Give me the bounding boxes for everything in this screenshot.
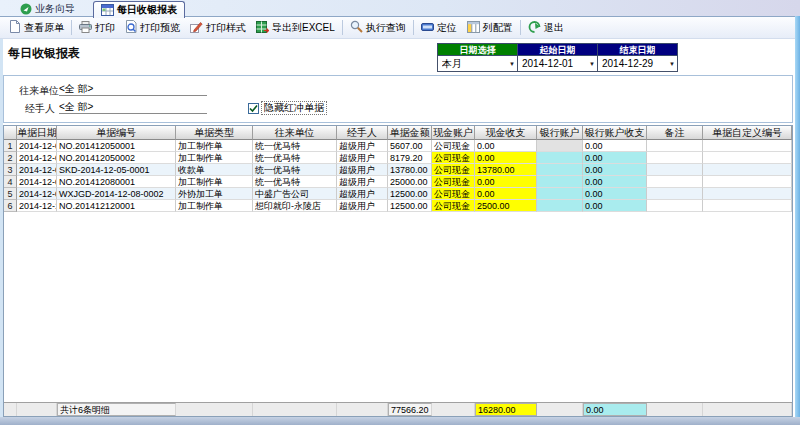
table-cell[interactable]: 12500.00 <box>388 200 432 212</box>
column-header[interactable]: 单据类型 <box>176 126 253 140</box>
column-header[interactable]: 银行账户收支 <box>583 126 647 140</box>
table-cell[interactable]: 超级用户 <box>337 140 388 152</box>
table-cell[interactable]: 0.00 <box>583 176 647 188</box>
table-cell[interactable] <box>537 188 583 200</box>
column-header[interactable]: 备注 <box>647 126 703 140</box>
column-config-button[interactable]: 列配置 <box>462 18 518 37</box>
handler-filter-input[interactable]: <全 部> <box>59 100 207 114</box>
table-cell[interactable]: 超级用户 <box>337 200 388 212</box>
table-cell[interactable]: 公司现金 <box>432 164 475 176</box>
locate-button[interactable]: 定位 <box>416 18 462 37</box>
table-cell[interactable] <box>703 164 792 176</box>
table-cell[interactable]: 加工制作单 <box>176 152 253 164</box>
export-excel-button[interactable]: 导出到EXCEL <box>251 18 340 37</box>
table-cell[interactable]: 0.00 <box>583 188 647 200</box>
table-cell[interactable]: 0.00 <box>475 176 537 188</box>
table-row[interactable]: 12014-12-05NO.201412050001加工制作单统一优马特超级用户… <box>4 140 792 152</box>
table-cell[interactable]: 加工制作单 <box>176 176 253 188</box>
table-cell[interactable]: 2014-12-08 <box>17 188 57 200</box>
table-cell[interactable]: WXJGD-2014-12-08-0002 <box>57 188 176 200</box>
chevron-down-icon[interactable]: ▼ <box>669 57 675 71</box>
row-number-cell[interactable]: 3 <box>4 164 17 176</box>
row-number-cell[interactable]: 1 <box>4 140 17 152</box>
table-cell[interactable]: 公司现金 <box>432 200 475 212</box>
table-cell[interactable]: 0.00 <box>475 188 537 200</box>
table-cell[interactable]: 2014-12-08 <box>17 176 57 188</box>
table-cell[interactable]: 加工制作单 <box>176 200 253 212</box>
table-cell[interactable] <box>647 188 703 200</box>
run-query-button[interactable]: 执行查询 <box>345 18 411 37</box>
tab-daily-cash-report[interactable]: 每日收银报表 <box>93 1 185 18</box>
column-header[interactable]: 单据金额 <box>388 126 432 140</box>
row-number-cell[interactable]: 4 <box>4 176 17 188</box>
table-cell[interactable]: SKD-2014-12-05-0001 <box>57 164 176 176</box>
table-cell[interactable] <box>703 140 792 152</box>
table-cell[interactable]: 统一优马特 <box>253 164 337 176</box>
table-cell[interactable]: 统一优马特 <box>253 140 337 152</box>
table-cell[interactable]: 0.00 <box>583 152 647 164</box>
table-cell[interactable]: 0.00 <box>583 164 647 176</box>
table-cell[interactable]: 13780.00 <box>475 164 537 176</box>
chevron-down-icon[interactable]: ▼ <box>589 57 595 71</box>
table-cell[interactable]: 8179.20 <box>388 152 432 164</box>
table-cell[interactable]: 超级用户 <box>337 188 388 200</box>
print-style-button[interactable]: 打印样式 <box>185 18 251 37</box>
date-range-select[interactable]: 本月▼ <box>437 56 518 72</box>
table-cell[interactable] <box>537 140 583 152</box>
row-number-cell[interactable]: 2 <box>4 152 17 164</box>
table-cell[interactable]: 统一优马特 <box>253 152 337 164</box>
table-cell[interactable]: 0.00 <box>583 200 647 212</box>
table-cell[interactable]: NO.201412050001 <box>57 140 176 152</box>
view-original-doc-button[interactable]: 查看原单 <box>4 18 69 37</box>
table-cell[interactable]: 超级用户 <box>337 164 388 176</box>
print-button[interactable]: 打印 <box>74 18 120 37</box>
start-date-select[interactable]: 2014-12-01▼ <box>517 56 598 72</box>
column-header[interactable]: 单据自定义编号 <box>703 126 792 140</box>
table-cell[interactable] <box>703 176 792 188</box>
table-row[interactable]: 32014-12-05SKD-2014-12-05-0001收款单统一优马特超级… <box>4 164 792 176</box>
table-cell[interactable] <box>647 176 703 188</box>
table-cell[interactable] <box>703 188 792 200</box>
table-row[interactable]: 52014-12-08WXJGD-2014-12-08-0002外协加工单中盛广… <box>4 188 792 200</box>
table-cell[interactable]: 超级用户 <box>337 176 388 188</box>
table-cell[interactable] <box>703 152 792 164</box>
table-cell[interactable]: NO.201412050002 <box>57 152 176 164</box>
column-header[interactable]: 单据编号 <box>57 126 176 140</box>
end-date-select[interactable]: 2014-12-29▼ <box>597 56 678 72</box>
table-cell[interactable]: 统一优马特 <box>253 176 337 188</box>
table-cell[interactable] <box>537 176 583 188</box>
table-cell[interactable]: 公司现金 <box>432 188 475 200</box>
table-cell[interactable]: 想印就印-永陵店 <box>253 200 337 212</box>
column-header[interactable]: 经手人 <box>337 126 388 140</box>
chevron-down-icon[interactable]: ▼ <box>509 57 515 71</box>
hide-reversed-checkbox[interactable] <box>248 103 259 114</box>
column-header[interactable]: 现金账户 <box>432 126 475 140</box>
table-cell[interactable]: 0.00 <box>475 140 537 152</box>
column-header[interactable]: 往来单位 <box>253 126 337 140</box>
table-cell[interactable]: 2500.00 <box>475 200 537 212</box>
table-cell[interactable]: 12500.00 <box>388 188 432 200</box>
row-number-cell[interactable]: 5 <box>4 188 17 200</box>
table-cell[interactable] <box>537 164 583 176</box>
table-cell[interactable]: 超级用户 <box>337 152 388 164</box>
row-number-header[interactable] <box>4 126 17 140</box>
table-cell[interactable]: 2014-12-05 <box>17 140 57 152</box>
table-cell[interactable] <box>703 200 792 212</box>
table-cell[interactable]: 收款单 <box>176 164 253 176</box>
column-header[interactable]: 现金收支 <box>475 126 537 140</box>
table-cell[interactable]: 13780.00 <box>388 164 432 176</box>
print-preview-button[interactable]: 打印预览 <box>120 18 185 37</box>
table-row[interactable]: 62014-12-12NO.201412120001加工制作单想印就印-永陵店超… <box>4 200 792 212</box>
table-row[interactable]: 42014-12-08NO.201412080001加工制作单统一优马特超级用户… <box>4 176 792 188</box>
tab-business-wizard[interactable]: 业务向导 <box>13 1 82 16</box>
table-cell[interactable]: 外协加工单 <box>176 188 253 200</box>
table-cell[interactable]: 公司现金 <box>432 176 475 188</box>
table-cell[interactable]: 加工制作单 <box>176 140 253 152</box>
table-cell[interactable] <box>647 140 703 152</box>
table-cell[interactable]: 2014-12-05 <box>17 152 57 164</box>
table-cell[interactable]: 25000.00 <box>388 176 432 188</box>
table-cell[interactable]: 中盛广告公司 <box>253 188 337 200</box>
table-cell[interactable]: 公司现金 <box>432 152 475 164</box>
exit-button[interactable]: 退出 <box>523 18 569 37</box>
unit-filter-input[interactable]: <全 部> <box>59 82 207 96</box>
